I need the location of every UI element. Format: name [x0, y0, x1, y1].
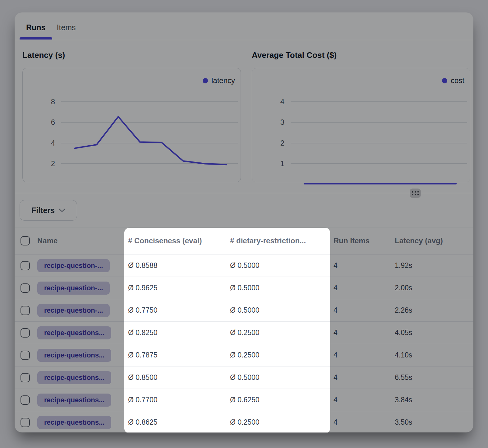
latency-avg-value: 4.10s — [395, 344, 412, 366]
column-header-latency-avg: Latency (avg) — [395, 227, 443, 254]
run-items-value: 4 — [334, 254, 338, 277]
run-name-badge[interactable]: recipe-questions... — [37, 349, 111, 362]
conciseness-value: Ø 0.7750 — [128, 299, 158, 321]
tab-items-label: Items — [57, 23, 76, 32]
cost-ytick-3: 3 — [252, 118, 284, 127]
run-name-badge[interactable]: recipe-question-... — [37, 304, 110, 317]
latency-avg-value: 3.84s — [395, 389, 412, 411]
latency-legend-label: latency — [211, 76, 235, 85]
row-checkbox[interactable] — [21, 351, 30, 360]
filters-button[interactable]: Filters — [20, 200, 77, 221]
run-name-badge[interactable]: recipe-questions... — [37, 416, 111, 429]
latency-legend: latency — [203, 76, 235, 85]
table-row[interactable]: recipe-questions... Ø 0.7875 Ø 0.2500 4 … — [15, 344, 473, 366]
conciseness-value: Ø 0.7875 — [128, 344, 158, 366]
dietary-restriction-value: Ø 0.5000 — [230, 277, 260, 299]
dietary-restriction-value: Ø 0.5000 — [230, 366, 260, 389]
run-name-badge[interactable]: recipe-question-... — [37, 259, 110, 272]
row-checkbox[interactable] — [21, 306, 30, 315]
dietary-restriction-value: Ø 0.5000 — [230, 299, 260, 321]
conciseness-value: Ø 0.8500 — [128, 366, 158, 389]
row-checkbox[interactable] — [21, 328, 30, 338]
dietary-restriction-value: Ø 0.5000 — [230, 254, 260, 277]
dietary-restriction-value: Ø 0.2500 — [230, 411, 260, 432]
active-tab-indicator — [20, 37, 52, 40]
section-divider — [15, 193, 473, 193]
latency-ytick-2: 2 — [23, 159, 55, 168]
run-items-value: 4 — [334, 322, 338, 344]
cost-legend: cost — [442, 76, 464, 85]
select-all-checkbox[interactable] — [21, 236, 30, 245]
row-checkbox[interactable] — [21, 418, 30, 427]
table-row[interactable]: recipe-question-... Ø 0.8588 Ø 0.5000 4 … — [15, 254, 473, 277]
row-checkbox[interactable] — [21, 373, 30, 382]
row-checkbox[interactable] — [21, 395, 30, 405]
dietary-restriction-value: Ø 0.6250 — [230, 389, 260, 411]
cost-ytick-1: 1 — [252, 159, 284, 168]
screenshot-stage: Runs Items Latency (s) 8 6 4 2 — [0, 0, 488, 448]
table-row[interactable]: recipe-questions... Ø 0.8250 Ø 0.2500 4 … — [15, 322, 473, 344]
table-row[interactable]: recipe-questions... Ø 0.8625 Ø 0.2500 4 … — [15, 411, 473, 432]
cost-ytick-2: 2 — [252, 138, 284, 148]
cost-line-chart — [252, 68, 470, 182]
runs-panel-card: Runs Items Latency (s) 8 6 4 2 — [15, 12, 473, 432]
column-header-conciseness: # Conciseness (eval) — [128, 227, 202, 254]
latency-avg-value: 3.50s — [395, 411, 412, 432]
resize-drag-handle[interactable] — [410, 189, 421, 198]
table-header: Name # Conciseness (eval) # dietary-rest… — [15, 227, 473, 254]
table-row[interactable]: recipe-question-... Ø 0.7750 Ø 0.5000 4 … — [15, 299, 473, 322]
tab-runs[interactable]: Runs — [20, 22, 52, 40]
table-row[interactable]: recipe-question-... Ø 0.9625 Ø 0.5000 4 … — [15, 277, 473, 299]
table-row[interactable]: recipe-questions... Ø 0.8500 Ø 0.5000 4 … — [15, 366, 473, 389]
run-items-value: 4 — [334, 277, 338, 299]
filters-button-label: Filters — [31, 206, 55, 215]
dietary-restriction-value: Ø 0.2500 — [230, 322, 260, 344]
conciseness-value: Ø 0.9625 — [128, 277, 158, 299]
latency-ytick-8: 8 — [23, 97, 55, 106]
run-name-badge[interactable]: recipe-questions... — [37, 394, 111, 407]
table-row[interactable]: recipe-questions... Ø 0.7700 Ø 0.6250 4 … — [15, 389, 473, 411]
cost-chart-title: Average Total Cost ($) — [252, 50, 337, 60]
run-items-value: 4 — [334, 411, 338, 432]
run-items-value: 4 — [334, 299, 338, 321]
column-header-dietary-restriction: # dietary-restriction... — [230, 227, 306, 254]
cost-ytick-4: 4 — [252, 97, 284, 106]
run-name-badge[interactable]: recipe-question-... — [37, 282, 110, 295]
table-body: recipe-question-... Ø 0.8588 Ø 0.5000 4 … — [15, 254, 473, 432]
tab-items[interactable]: Items — [57, 22, 76, 40]
latency-legend-dot-icon — [203, 78, 208, 83]
dietary-restriction-value: Ø 0.2500 — [230, 344, 260, 366]
cost-legend-dot-icon — [442, 78, 447, 83]
latency-ytick-6: 6 — [23, 118, 55, 127]
cost-chart-panel: 4 3 2 1 cost — [252, 68, 470, 182]
tabs-divider — [15, 40, 473, 40]
column-header-run-items: Run Items — [334, 227, 370, 254]
run-items-value: 4 — [334, 389, 338, 411]
conciseness-value: Ø 0.8588 — [128, 254, 158, 277]
cost-legend-label: cost — [451, 76, 464, 85]
conciseness-value: Ø 0.8625 — [128, 411, 158, 432]
run-name-badge[interactable]: recipe-questions... — [37, 371, 111, 384]
run-items-value: 4 — [334, 366, 338, 389]
row-checkbox[interactable] — [21, 283, 30, 293]
conciseness-value: Ø 0.8250 — [128, 322, 158, 344]
latency-chart-title: Latency (s) — [22, 50, 65, 60]
latency-avg-value: 1.92s — [395, 254, 412, 277]
chevron-down-icon — [59, 208, 65, 212]
latency-avg-value: 2.00s — [395, 277, 412, 299]
conciseness-value: Ø 0.7700 — [128, 389, 158, 411]
latency-avg-value: 4.05s — [395, 322, 412, 344]
column-header-name: Name — [37, 227, 58, 254]
latency-avg-value: 2.26s — [395, 299, 412, 321]
run-items-value: 4 — [334, 344, 338, 366]
tab-bar: Runs Items — [20, 22, 76, 40]
run-name-badge[interactable]: recipe-questions... — [37, 326, 111, 339]
latency-line-chart — [23, 68, 241, 182]
tab-runs-label: Runs — [26, 23, 46, 32]
latency-ytick-4: 4 — [23, 138, 55, 148]
latency-series-line — [75, 117, 227, 165]
latency-avg-value: 6.55s — [395, 366, 412, 389]
latency-chart-panel: 8 6 4 2 latency — [22, 68, 241, 182]
row-checkbox[interactable] — [21, 261, 30, 270]
drag-dots-icon — [412, 191, 419, 195]
